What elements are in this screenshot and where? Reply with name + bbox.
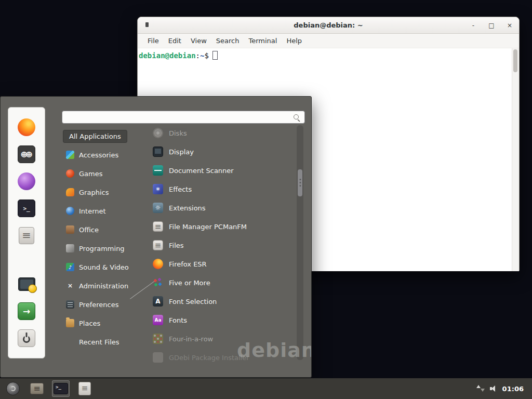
menu-button[interactable] bbox=[4, 380, 22, 397]
terminal-titlebar[interactable]: debian@debian: ~ - □ × bbox=[138, 17, 519, 34]
application-menu: All Applications Accessories Games Graph… bbox=[0, 96, 312, 378]
terminal-scrollbar-thumb[interactable] bbox=[513, 49, 517, 72]
network-icon[interactable] bbox=[476, 385, 485, 392]
apps-scrollbar-thumb[interactable] bbox=[298, 169, 302, 196]
app-label: Document Scanner bbox=[169, 167, 234, 175]
pidgin-icon bbox=[18, 172, 35, 190]
terminal-menubar: File Edit View Search Terminal Help bbox=[138, 34, 519, 48]
category-administration[interactable]: Administration bbox=[62, 276, 145, 295]
taskbar-file-manager-button[interactable] bbox=[28, 380, 46, 397]
favorite-display-settings[interactable] bbox=[12, 271, 41, 298]
four-in-a-row-icon bbox=[153, 334, 163, 344]
app-item-disks[interactable]: Disks bbox=[148, 124, 295, 142]
file-manager-icon bbox=[153, 221, 163, 232]
debian-watermark: debian bbox=[237, 339, 312, 362]
taskbar: 01:06 bbox=[0, 378, 532, 399]
terminal-scrollbar[interactable] bbox=[512, 48, 519, 271]
category-label: Sound & Video bbox=[79, 263, 129, 271]
five-or-more-icon bbox=[153, 277, 163, 288]
firefox-icon bbox=[153, 259, 163, 269]
category-places[interactable]: Places bbox=[62, 314, 145, 332]
taskbar-terminal-button[interactable] bbox=[52, 380, 70, 397]
app-label: File Manager PCManFM bbox=[169, 223, 247, 231]
menu-terminal[interactable]: Terminal bbox=[244, 34, 282, 48]
category-label: Places bbox=[79, 320, 100, 327]
accessories-icon bbox=[66, 151, 74, 159]
category-recent-files[interactable]: Recent Files bbox=[62, 332, 145, 351]
menu-search-box bbox=[62, 111, 305, 124]
apps-scrollbar[interactable] bbox=[297, 125, 303, 360]
favorite-pidgin[interactable] bbox=[12, 168, 41, 195]
app-label: Display bbox=[169, 148, 194, 156]
favorite-firefox[interactable] bbox=[12, 114, 41, 141]
app-item-five-or-more[interactable]: Five or More bbox=[148, 273, 295, 292]
menu-edit[interactable]: Edit bbox=[164, 34, 186, 48]
font-selection-icon bbox=[153, 296, 163, 307]
category-graphics[interactable]: Graphics bbox=[62, 183, 145, 202]
favorite-shutdown[interactable] bbox=[12, 325, 41, 352]
disks-icon bbox=[153, 128, 163, 138]
administration-icon bbox=[66, 282, 74, 290]
category-internet[interactable]: Internet bbox=[62, 202, 145, 220]
category-label: Office bbox=[79, 226, 99, 234]
category-sound-video[interactable]: Sound & Video bbox=[62, 258, 145, 276]
category-games[interactable]: Games bbox=[62, 164, 145, 183]
search-icon bbox=[293, 114, 301, 122]
favorite-users[interactable] bbox=[12, 141, 41, 168]
fonts-icon bbox=[153, 315, 163, 325]
app-label: Disks bbox=[169, 129, 187, 137]
app-item-document-scanner[interactable]: Document Scanner bbox=[148, 161, 295, 180]
menu-search[interactable]: Search bbox=[211, 34, 244, 48]
maximize-button[interactable]: □ bbox=[488, 22, 495, 29]
app-item-extensions[interactable]: Extensions bbox=[148, 198, 295, 217]
internet-icon bbox=[66, 207, 74, 215]
app-item-firefox-esr[interactable]: Firefox ESR bbox=[148, 255, 295, 273]
app-label: Font Selection bbox=[169, 298, 217, 305]
category-list: All Applications Accessories Games Graph… bbox=[62, 127, 145, 351]
category-label: Administration bbox=[79, 282, 128, 290]
app-label: Extensions bbox=[169, 204, 206, 212]
menu-help[interactable]: Help bbox=[282, 34, 307, 48]
category-office[interactable]: Office bbox=[62, 220, 145, 239]
favorite-file-manager[interactable] bbox=[12, 222, 41, 249]
close-button[interactable]: × bbox=[507, 22, 513, 29]
volume-icon[interactable] bbox=[490, 385, 497, 392]
clock[interactable]: 01:06 bbox=[502, 385, 526, 393]
files-cabinet-icon bbox=[78, 382, 91, 395]
sound-video-icon bbox=[66, 263, 74, 271]
category-accessories[interactable]: Accessories bbox=[62, 145, 145, 164]
file-cabinet-icon bbox=[19, 227, 34, 244]
app-item-pcmanfm[interactable]: File Manager PCManFM bbox=[148, 217, 295, 236]
app-item-files[interactable]: Files bbox=[148, 236, 295, 255]
app-item-effects[interactable]: Effects bbox=[148, 180, 295, 198]
category-all-applications[interactable]: All Applications bbox=[62, 127, 145, 145]
prompt-line: debian@debian:~$ bbox=[138, 48, 519, 60]
minimize-button[interactable]: - bbox=[470, 22, 476, 29]
logout-icon bbox=[18, 302, 35, 320]
app-item-display[interactable]: Display bbox=[148, 142, 295, 161]
favorite-terminal[interactable] bbox=[12, 195, 41, 222]
application-list: Disks Display Document Scanner Effects E… bbox=[148, 124, 295, 367]
category-programming[interactable]: Programming bbox=[62, 239, 145, 258]
preferences-icon bbox=[66, 300, 74, 309]
app-item-font-selection[interactable]: Font Selection bbox=[148, 292, 295, 311]
display-settings-icon bbox=[18, 277, 35, 291]
app-label: Files bbox=[169, 242, 184, 249]
category-label: Games bbox=[79, 170, 102, 178]
office-icon bbox=[66, 225, 74, 234]
menu-view[interactable]: View bbox=[186, 34, 211, 48]
menu-file[interactable]: File bbox=[143, 34, 164, 48]
blank-icon bbox=[66, 338, 74, 346]
search-input[interactable] bbox=[62, 111, 304, 123]
extensions-icon bbox=[153, 203, 163, 213]
effects-icon bbox=[153, 184, 163, 194]
category-preferences[interactable]: Preferences bbox=[62, 295, 145, 314]
taskbar-files-button[interactable] bbox=[76, 380, 94, 397]
category-label: Internet bbox=[79, 207, 106, 215]
app-item-fonts[interactable]: Fonts bbox=[148, 311, 295, 329]
app-label: Four-in-a-row bbox=[169, 335, 213, 343]
firefox-icon bbox=[18, 118, 35, 136]
category-label: Preferences bbox=[79, 301, 118, 309]
graphics-icon bbox=[66, 188, 74, 196]
favorite-logout[interactable] bbox=[12, 298, 41, 325]
